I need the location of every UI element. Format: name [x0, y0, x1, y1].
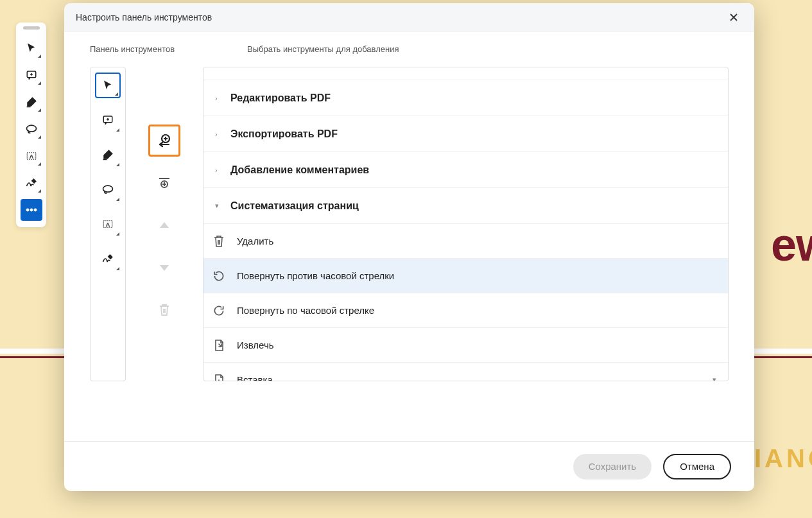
lasso-tool[interactable] [21, 118, 42, 140]
chevron-right-icon: › [215, 94, 221, 102]
insert-icon [211, 374, 227, 381]
tool-label: Повернуть по часовой стрелке [237, 305, 716, 316]
panel-item-cursor[interactable] [95, 73, 121, 98]
chevron-down-icon: ▾ [215, 202, 221, 210]
dialog-header: Настроить панель инструментов [64, 3, 754, 31]
cursor-tool[interactable] [21, 37, 42, 59]
svg-point-1 [26, 125, 36, 132]
cursor-icon [102, 80, 114, 91]
cancel-button[interactable]: Отмена [663, 454, 731, 479]
panel-item-signature[interactable] [95, 246, 121, 272]
category-edit-pdf[interactable]: › Редактировать PDF [203, 80, 728, 116]
more-icon [26, 208, 37, 212]
current-toolbar-list[interactable]: A [90, 67, 126, 381]
svg-text:A: A [106, 221, 110, 228]
signature-icon [25, 177, 38, 189]
cursor-icon [26, 42, 37, 54]
signature-icon [101, 253, 114, 264]
textbox-tool[interactable]: A [21, 145, 42, 167]
highlight-tool[interactable] [21, 91, 42, 113]
tool-rotate-cw[interactable]: Повернуть по часовой стрелке [203, 293, 728, 328]
chevron-down-icon: ▾ [713, 376, 716, 381]
category-label: Экспортировать PDF [230, 128, 338, 140]
save-button[interactable]: Сохранить [573, 454, 652, 479]
svg-point-6 [34, 209, 37, 211]
more-tools[interactable] [21, 199, 42, 221]
move-down-button[interactable] [148, 252, 180, 284]
tools-scroll[interactable]: › Редактировать PDF › Экспортировать PDF… [203, 67, 728, 381]
quick-toolbar: A [16, 22, 46, 227]
spacer [203, 67, 728, 80]
tools-column-header: Выбрать инструменты для добавления [247, 44, 399, 54]
extract-icon [211, 339, 227, 352]
chevron-down-icon [160, 264, 169, 271]
dialog-body: Панель инструментов Выбрать инструменты … [64, 31, 754, 441]
add-left-icon [156, 133, 173, 148]
textbox-icon: A [102, 218, 114, 230]
tool-insert[interactable]: Вставка ▾ [203, 363, 728, 381]
column-headers: Панель инструментов Выбрать инструменты … [90, 44, 729, 54]
bg-title-fragment: ew [771, 218, 812, 271]
tool-label: Удалить [237, 236, 716, 246]
comment-icon [102, 114, 114, 126]
reorder-controls [126, 67, 203, 435]
available-tools-panel: › Редактировать PDF › Экспортировать PDF… [203, 67, 729, 381]
add-separator-button[interactable] [148, 167, 180, 199]
textbox-icon: A [26, 150, 37, 162]
trash-icon [211, 235, 227, 248]
tool-delete[interactable]: Удалить [203, 224, 728, 259]
customize-toolbar-dialog: Настроить панель инструментов Панель инс… [64, 3, 754, 491]
category-label: Добавление комментариев [230, 164, 369, 176]
bg-subtitle-fragment: IANG [754, 444, 812, 473]
close-button[interactable] [725, 8, 743, 26]
dialog-title: Настроить панель инструментов [76, 12, 212, 22]
signature-tool[interactable] [21, 172, 42, 194]
category-comments[interactable]: › Добавление комментариев [203, 152, 728, 188]
dialog-footer: Сохранить Отмена [64, 441, 754, 491]
tool-label: Повернуть против часовой стрелки [237, 270, 716, 281]
comment-icon [26, 69, 37, 81]
highlight-icon [102, 149, 114, 160]
drag-grip[interactable] [23, 26, 40, 30]
highlight-icon [26, 96, 37, 108]
remove-tool-button[interactable] [148, 294, 180, 326]
category-label: Систематизация страниц [230, 200, 359, 212]
chevron-right-icon: › [215, 130, 221, 138]
panel-item-highlight[interactable] [95, 142, 121, 168]
lasso-icon [25, 124, 38, 134]
panel-item-lasso[interactable] [95, 177, 121, 202]
category-export-pdf[interactable]: › Экспортировать PDF [203, 116, 728, 152]
tool-extract[interactable]: Извлечь [203, 328, 728, 363]
add-separator-icon [157, 176, 171, 190]
add-tool-button[interactable] [148, 125, 180, 157]
trash-icon [159, 304, 170, 316]
chevron-right-icon: › [215, 166, 221, 174]
tool-label: Вставка [237, 374, 702, 381]
rotate-cw-icon [211, 304, 227, 317]
svg-point-5 [30, 209, 33, 211]
panel-item-textbox[interactable]: A [95, 211, 121, 237]
comment-tool[interactable] [21, 64, 42, 86]
tool-rotate-ccw[interactable]: Повернуть против часовой стрелки [203, 259, 728, 293]
category-organize-pages[interactable]: ▾ Систематизация страниц [203, 188, 728, 224]
chevron-up-icon [160, 222, 169, 229]
move-up-button[interactable] [148, 209, 180, 241]
panel-item-comment[interactable] [95, 107, 121, 133]
tool-label: Извлечь [237, 340, 716, 350]
lasso-icon [101, 184, 114, 194]
rotate-ccw-icon [211, 270, 227, 282]
panel-column-header: Панель инструментов [90, 44, 247, 54]
svg-point-8 [103, 186, 113, 192]
svg-text:A: A [29, 153, 33, 160]
category-label: Редактировать PDF [230, 92, 331, 104]
svg-point-4 [26, 209, 29, 211]
close-icon [729, 12, 739, 22]
